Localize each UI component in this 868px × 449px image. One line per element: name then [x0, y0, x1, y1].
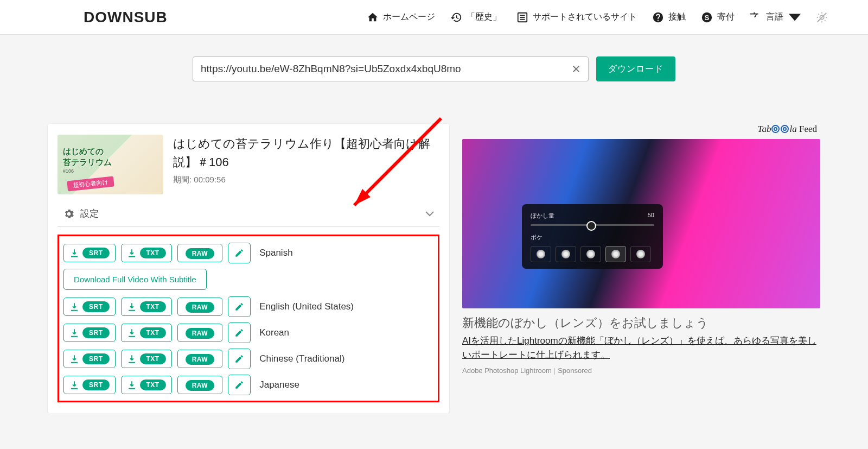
nav-donate[interactable]: S 寄付	[701, 11, 735, 23]
list-icon	[516, 11, 528, 23]
srt-button[interactable]: SRT	[63, 298, 116, 316]
download-icon	[69, 248, 79, 258]
video-header: はじめての 苔テラリウム #106 超初心者向け はじめての苔テラリウム作り【超…	[58, 135, 439, 194]
pencil-icon	[234, 328, 244, 338]
duration-label: 期間:	[173, 175, 192, 184]
srt-badge: SRT	[82, 380, 110, 390]
clear-button[interactable]	[568, 61, 584, 77]
ad-card: ぼかし量 50 ボケ 新機能のぼかし（レンズ）をお試しましょう AIを活用したL…	[462, 139, 820, 375]
raw-badge: RAW	[186, 380, 215, 391]
srt-button[interactable]: SRT	[63, 324, 116, 342]
txt-button[interactable]: TXT	[121, 244, 172, 262]
ad-slider	[531, 224, 654, 226]
nav-sites-label: サポートされているサイト	[533, 11, 637, 23]
logo-text: DOWNSUB	[84, 9, 168, 26]
raw-button[interactable]: RAW	[177, 244, 223, 262]
download-icon	[127, 328, 137, 338]
edit-button[interactable]	[228, 349, 251, 369]
ad-title[interactable]: 新機能のぼかし（レンズ）をお試しましょう	[462, 315, 820, 332]
ad-panel-value: 50	[648, 212, 654, 220]
txt-button[interactable]: TXT	[121, 350, 172, 368]
lang-row: SRT TXT RAW Japanese	[63, 375, 433, 395]
lang-name: Japanese	[259, 380, 299, 390]
full-download-button[interactable]: Download Full Video With Subtitle	[63, 269, 207, 290]
raw-button[interactable]: RAW	[177, 324, 223, 342]
txt-badge: TXT	[140, 380, 166, 390]
edit-button[interactable]	[228, 375, 251, 395]
thumb-num: #106	[63, 168, 74, 174]
taboola-feed-label[interactable]: Tabla Feed	[462, 124, 820, 135]
lang-row: SRT TXT RAW Spanish	[63, 243, 433, 263]
nav-history[interactable]: 「歴史」	[450, 11, 501, 23]
edit-button[interactable]	[228, 322, 251, 343]
nav-home[interactable]: ホームページ	[367, 11, 435, 23]
srt-badge: SRT	[82, 248, 110, 258]
settings-label: 設定	[80, 207, 99, 220]
theme-toggle[interactable]	[816, 11, 828, 23]
lang-name: English (United States)	[259, 301, 354, 312]
sidebar: Tabla Feed ぼかし量 50 ボケ	[462, 124, 820, 413]
home-icon	[367, 11, 379, 23]
logo[interactable]: DOWNSUB	[84, 9, 168, 26]
download-button[interactable]: ダウンロード	[596, 56, 675, 81]
close-icon	[571, 64, 581, 74]
theme-icon	[816, 11, 828, 23]
content: はじめての 苔テラリウム #106 超初心者向け はじめての苔テラリウム作り【超…	[0, 124, 868, 413]
svg-text:S: S	[705, 13, 710, 21]
txt-button[interactable]: TXT	[121, 324, 172, 342]
search-box	[193, 56, 589, 81]
raw-button[interactable]: RAW	[177, 350, 223, 368]
bokeh-option	[580, 246, 601, 262]
pencil-icon	[234, 380, 244, 390]
txt-badge: TXT	[140, 248, 166, 258]
thumb-line2: 苔テラリウム	[63, 157, 112, 168]
thumb-line1: はじめての	[63, 147, 104, 157]
txt-badge: TXT	[140, 301, 166, 312]
expand-button[interactable]	[420, 209, 439, 219]
nav-history-label: 「歴史」	[467, 11, 501, 23]
bokeh-option	[556, 246, 576, 262]
lang-row: SRT TXT RAW English (United States)	[63, 296, 433, 317]
language-list: SRT TXT RAW Spanish Download Full Video …	[58, 235, 439, 402]
help-icon	[652, 11, 664, 23]
url-input[interactable]	[193, 56, 589, 81]
ad-brand: Adobe Photoshop Lightroom	[462, 366, 552, 375]
nav-language[interactable]: 言語	[750, 11, 801, 23]
raw-button[interactable]: RAW	[177, 298, 223, 316]
srt-button[interactable]: SRT	[63, 350, 116, 368]
srt-button[interactable]: SRT	[63, 244, 116, 262]
nav-home-label: ホームページ	[383, 11, 435, 23]
video-title: はじめての苔テラリウム作り【超初心者向け解説】＃106	[173, 135, 439, 172]
video-duration: 期間: 00:09:56	[173, 175, 439, 185]
pencil-icon	[234, 302, 244, 312]
video-meta: はじめての苔テラリウム作り【超初心者向け解説】＃106 期間: 00:09:56	[173, 135, 439, 194]
txt-badge: TXT	[140, 353, 166, 364]
raw-button[interactable]: RAW	[177, 376, 223, 394]
txt-button[interactable]: TXT	[121, 376, 172, 394]
ad-description[interactable]: AIを活用したLightroomの新機能「ぼかし（レンズ）」を使えば、あらゆる写…	[462, 334, 820, 363]
ad-image[interactable]: ぼかし量 50 ボケ	[462, 139, 820, 308]
download-icon	[127, 380, 137, 390]
txt-button[interactable]: TXT	[121, 298, 172, 316]
nav-sites[interactable]: サポートされているサイト	[516, 11, 637, 23]
lang-name: Spanish	[259, 248, 292, 258]
download-icon	[127, 302, 137, 312]
settings-button[interactable]: 設定	[58, 207, 99, 220]
download-icon	[69, 328, 79, 338]
raw-badge: RAW	[186, 302, 215, 313]
edit-button[interactable]	[228, 296, 251, 317]
lang-name: Chinese (Traditional)	[259, 353, 344, 364]
translate-icon	[750, 11, 762, 23]
bokeh-option-selected	[605, 246, 626, 262]
srt-button[interactable]: SRT	[63, 376, 116, 394]
gear-icon	[63, 208, 75, 220]
pencil-icon	[234, 354, 244, 364]
ad-panel-label: ぼかし量	[531, 212, 554, 220]
ad-sponsored[interactable]: Sponsored	[558, 366, 592, 375]
download-icon	[69, 380, 79, 390]
ad-panel: ぼかし量 50 ボケ	[522, 204, 663, 269]
ad-icons	[531, 246, 654, 262]
video-thumbnail[interactable]: はじめての 苔テラリウム #106 超初心者向け	[58, 135, 163, 194]
nav-contact[interactable]: 接触	[652, 11, 686, 23]
edit-button[interactable]	[228, 243, 251, 263]
